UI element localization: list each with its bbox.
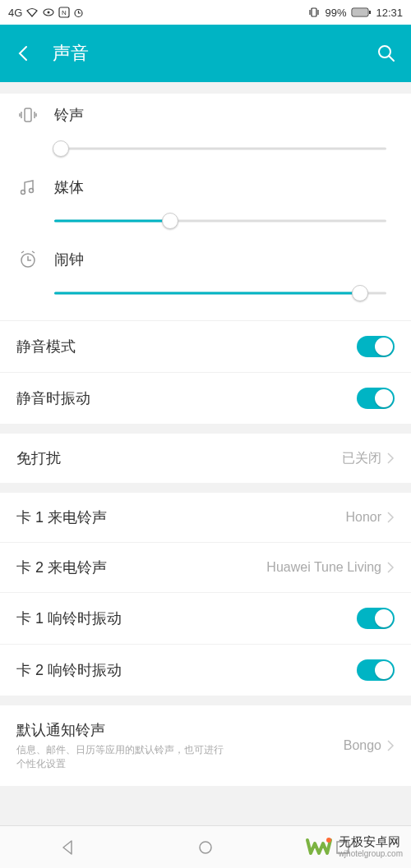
eye-icon: [42, 7, 55, 17]
svg-rect-10: [25, 108, 31, 122]
watermark-url: wjhotelgroup.com: [339, 849, 403, 859]
silent-mode-label: 静音模式: [16, 337, 76, 356]
watermark-title: 无极安卓网: [339, 834, 403, 849]
nav-home-icon[interactable]: [181, 831, 230, 864]
ringtone-slider[interactable]: [54, 136, 386, 161]
sim2-ringtone-value: Huawei Tune Living: [266, 560, 381, 575]
chevron-right-icon: [386, 561, 395, 574]
media-slider[interactable]: [54, 209, 386, 233]
svg-point-11: [21, 191, 25, 195]
notification-section: 默认通知铃声 信息、邮件、日历等应用的默认铃声，也可进行个性化设置 Bongo: [0, 705, 411, 786]
battery-percent: 99%: [325, 7, 346, 19]
sim1-vibrate-ring-label: 卡 1 响铃时振动: [16, 609, 122, 628]
signal-icon: 4G: [8, 7, 22, 19]
svg-rect-7: [353, 9, 367, 16]
dnd-value: 已关闭: [342, 450, 381, 467]
svg-rect-5: [312, 8, 316, 16]
app-bar: 声音: [0, 25, 411, 82]
silent-section: 静音模式 静音时振动: [0, 320, 411, 424]
dnd-section: 免打扰 已关闭: [0, 434, 411, 483]
ringtone-label: 铃声: [54, 105, 84, 125]
media-label: 媒体: [54, 177, 84, 197]
status-right: 99% 12:31: [308, 7, 403, 19]
sim2-vibrate-ring-toggle[interactable]: [357, 659, 395, 681]
svg-point-1: [48, 11, 50, 14]
dnd-row[interactable]: 免打扰 已关闭: [0, 434, 411, 483]
sim2-vibrate-ring-label: 卡 2 响铃时振动: [16, 660, 122, 680]
media-slider-row: 媒体: [0, 166, 411, 238]
svg-rect-8: [369, 11, 371, 14]
sim1-ringtone-label: 卡 1 来电铃声: [16, 507, 107, 527]
nfc-icon: N: [58, 7, 70, 18]
svg-text:N: N: [62, 9, 67, 16]
vibrate-icon: [16, 105, 39, 125]
watermark: 无极安卓网 wjhotelgroup.com: [304, 832, 403, 861]
chevron-right-icon: [386, 511, 395, 524]
svg-point-12: [30, 189, 34, 193]
default-notification-value: Bongo: [344, 738, 381, 753]
sim1-ringtone-row[interactable]: 卡 1 来电铃声 Honor: [0, 493, 411, 543]
vibrate-silent-label: 静音时振动: [16, 388, 90, 408]
clock-time: 12:31: [376, 7, 403, 19]
nav-back-icon[interactable]: [44, 831, 93, 864]
music-icon: [16, 177, 39, 197]
vibrate-silent-row[interactable]: 静音时振动: [0, 373, 411, 424]
ringtone-slider-row: 铃声: [0, 94, 411, 166]
sim2-ringtone-row[interactable]: 卡 2 来电铃声 Huawei Tune Living: [0, 543, 411, 593]
default-notification-row[interactable]: 默认通知铃声 信息、邮件、日历等应用的默认铃声，也可进行个性化设置 Bongo: [0, 705, 411, 786]
sim1-vibrate-ring-toggle[interactable]: [357, 608, 395, 629]
watermark-logo-icon: [304, 832, 334, 861]
default-notification-subtitle: 信息、邮件、日历等应用的默认铃声，也可进行个性化设置: [16, 743, 230, 771]
alarm-label: 闹钟: [54, 250, 84, 269]
alarm-small-icon: [73, 7, 84, 18]
default-notification-label: 默认通知铃声: [16, 720, 230, 740]
sim2-vibrate-ring-row[interactable]: 卡 2 响铃时振动: [0, 645, 411, 696]
volume-section: 铃声 媒体 闹钟: [0, 94, 411, 320]
wifi-icon: [25, 7, 39, 17]
vibrate-icon: [308, 7, 320, 18]
silent-mode-row[interactable]: 静音模式: [0, 321, 411, 373]
sim2-ringtone-label: 卡 2 来电铃声: [16, 558, 107, 577]
silent-mode-toggle[interactable]: [357, 336, 395, 357]
search-icon[interactable]: [376, 44, 396, 63]
alarm-slider-row: 闹钟: [0, 238, 411, 320]
back-icon[interactable]: [15, 44, 33, 62]
sim1-ringtone-value: Honor: [345, 510, 381, 525]
chevron-right-icon: [386, 452, 395, 465]
status-left: 4G N: [8, 7, 84, 19]
vibrate-silent-toggle[interactable]: [357, 388, 395, 409]
page-title: 声音: [53, 41, 89, 66]
chevron-right-icon: [386, 739, 395, 752]
sim-section: 卡 1 来电铃声 Honor 卡 2 来电铃声 Huawei Tune Livi…: [0, 493, 411, 696]
svg-point-16: [326, 838, 331, 843]
svg-point-14: [200, 842, 211, 853]
alarm-slider[interactable]: [54, 281, 386, 305]
status-bar: 4G N 99% 12:31: [0, 0, 411, 25]
alarm-icon: [16, 250, 39, 269]
sim1-vibrate-ring-row[interactable]: 卡 1 响铃时振动: [0, 593, 411, 645]
dnd-label: 免打扰: [16, 448, 61, 468]
battery-icon: [351, 7, 371, 17]
